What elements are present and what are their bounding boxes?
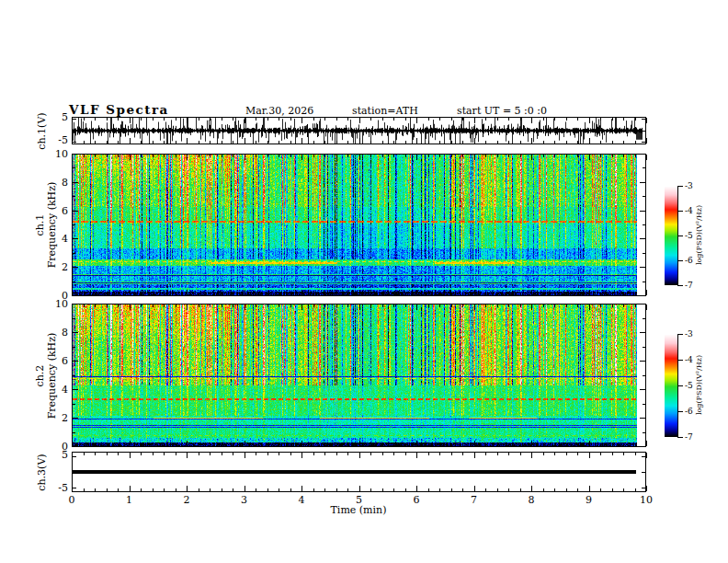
tick: [313, 304, 314, 307]
tick: [347, 453, 348, 455]
tick: [73, 224, 75, 225]
tick: [290, 304, 291, 307]
tick: [130, 155, 131, 160]
tick: [462, 118, 463, 121]
tick: [646, 453, 647, 458]
tick: [73, 167, 75, 168]
tick: [222, 453, 222, 455]
colorbar-tick-label: -3: [685, 181, 693, 190]
tick: [474, 118, 475, 123]
tick: [336, 118, 337, 121]
tick: [451, 304, 452, 307]
tick: [405, 155, 406, 157]
tick: [623, 304, 624, 307]
tick: [107, 141, 108, 144]
tick: [451, 488, 452, 491]
freq-tick-label: 6: [46, 205, 68, 217]
tick: [199, 141, 199, 144]
tick: [301, 290, 302, 295]
tick: [428, 304, 429, 307]
tick: [520, 293, 521, 295]
tick: [359, 486, 360, 491]
tick: [677, 334, 683, 335]
tick: [359, 453, 360, 458]
tick: [577, 488, 578, 491]
tick: [84, 118, 85, 121]
tick: [73, 332, 78, 333]
tick: [245, 486, 245, 491]
tick: [485, 304, 486, 307]
tick: [566, 453, 567, 455]
tick: [73, 456, 76, 457]
tick: [164, 488, 165, 491]
tick: [347, 304, 348, 307]
tick: [382, 304, 383, 307]
tick: [554, 443, 555, 446]
tick: [256, 155, 256, 157]
time-tick-label: 8: [522, 494, 540, 506]
spec2-channel-label: ch.2: [34, 321, 46, 431]
tick: [324, 141, 325, 144]
tick: [210, 155, 210, 157]
tick: [642, 488, 645, 488]
tick: [554, 293, 555, 295]
tick: [245, 304, 245, 310]
tick: [73, 347, 75, 348]
tick: [531, 441, 532, 446]
tick: [370, 443, 371, 446]
tick: [130, 486, 131, 491]
tick: [623, 443, 624, 446]
tick: [130, 290, 131, 295]
tick: [577, 118, 578, 121]
tick: [543, 155, 544, 157]
tick: [485, 443, 486, 446]
tick: [313, 118, 314, 121]
tick: [222, 155, 222, 157]
colorbar-tick-label: -5: [685, 231, 693, 240]
tick: [643, 404, 645, 405]
tick: [118, 304, 119, 307]
tick: [520, 453, 521, 455]
tick: [642, 119, 645, 120]
tick: [382, 488, 383, 491]
tick: [474, 290, 475, 295]
tick: [405, 293, 406, 295]
tick: [600, 443, 601, 446]
tick: [497, 118, 498, 121]
tick: [554, 155, 555, 157]
tick: [451, 141, 452, 144]
tick: [589, 486, 590, 491]
tick: [73, 154, 78, 155]
tick: [566, 118, 567, 121]
tick: [279, 141, 279, 144]
tick: [130, 138, 131, 144]
tick: [677, 285, 683, 286]
tick: [72, 486, 73, 491]
tick: [279, 304, 279, 307]
tick: [267, 453, 268, 455]
tick: [73, 238, 78, 239]
colorbar-2-unit-label: log(PSD)(V²/Hz): [695, 344, 703, 427]
tick: [646, 304, 647, 310]
tick: [176, 443, 176, 446]
station-label: station=ATH: [352, 105, 418, 117]
tick: [336, 443, 337, 446]
tick: [566, 141, 567, 144]
tick: [635, 118, 636, 121]
tick: [640, 154, 645, 155]
tick: [256, 141, 256, 144]
freq-tick-label: 6: [46, 355, 68, 367]
tick: [187, 290, 188, 295]
tick: [199, 453, 199, 455]
tick: [107, 488, 108, 491]
tick: [623, 155, 624, 157]
tick: [164, 118, 165, 121]
tick: [233, 155, 233, 157]
tick: [73, 446, 78, 447]
tick: [245, 290, 245, 295]
tick: [416, 118, 417, 123]
tick: [301, 304, 302, 310]
tick: [233, 488, 233, 491]
tick: [290, 293, 291, 295]
tick: [187, 486, 188, 491]
